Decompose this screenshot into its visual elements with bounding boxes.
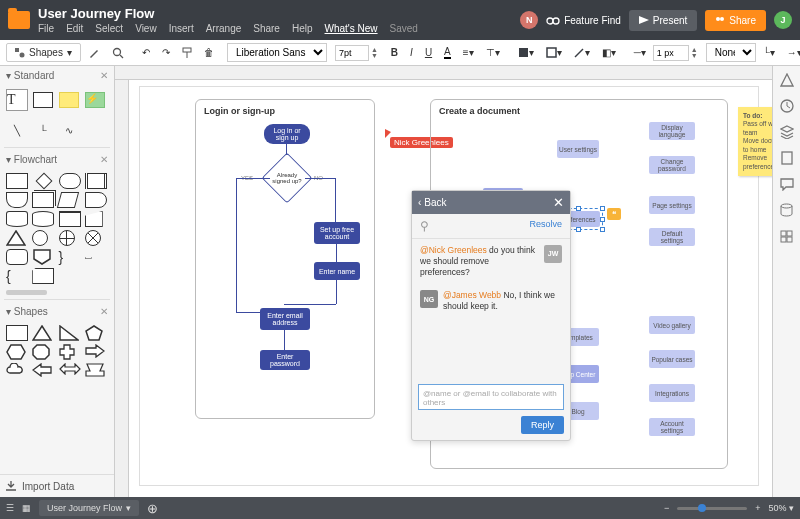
menu-help[interactable]: Help — [292, 23, 313, 34]
location-pin-icon[interactable]: ⚲ — [420, 219, 429, 233]
font-select[interactable]: Liberation Sans — [227, 43, 327, 62]
shape-righttri[interactable] — [59, 325, 82, 341]
line-width-stepper[interactable]: ▲▼ — [691, 47, 698, 58]
comment-back-button[interactable]: ‹Back — [418, 197, 447, 208]
close-standard-icon[interactable]: ✕ — [100, 70, 108, 81]
node-already[interactable]: Already signed up? — [262, 153, 313, 204]
shape-oct[interactable] — [32, 344, 55, 360]
shapes-dropdown[interactable]: Shapes ▾ — [6, 43, 81, 62]
shape-or[interactable] — [85, 230, 101, 246]
nav-icon[interactable] — [779, 72, 795, 88]
shape-uarrow[interactable] — [85, 363, 108, 377]
node-display-lang[interactable]: Display language — [649, 122, 695, 140]
elbow-line-tool[interactable]: └ — [32, 119, 54, 141]
text-options-button[interactable]: ⊤▾ — [481, 45, 505, 60]
node-enteremail[interactable]: Enter email address — [260, 308, 310, 330]
menu-edit[interactable]: Edit — [66, 23, 83, 34]
arrow-end-button[interactable]: →▾ — [782, 45, 800, 60]
bold-button[interactable]: B — [386, 45, 403, 60]
node-account-settings[interactable]: Account settings — [649, 418, 695, 436]
mention-2[interactable]: @James Webb — [443, 290, 501, 300]
node-integrations[interactable]: Integrations — [649, 384, 695, 402]
node-entername[interactable]: Enter name — [314, 262, 360, 280]
menu-arrange[interactable]: Arrange — [206, 23, 242, 34]
border-color-button[interactable]: ▾ — [541, 45, 567, 60]
shape-hex[interactable] — [6, 344, 29, 360]
undo-button[interactable]: ↶ — [137, 45, 155, 60]
shape-decision[interactable] — [32, 173, 55, 189]
line-tool[interactable]: ╲ — [6, 119, 28, 141]
arrow-start-select[interactable]: None — [706, 43, 756, 62]
shape-cloud[interactable] — [6, 363, 29, 377]
zoom-slider[interactable] — [677, 507, 747, 510]
data-icon[interactable] — [779, 202, 795, 218]
page-tab[interactable]: User Journey Flow ▾ — [39, 500, 139, 516]
document-title[interactable]: User Journey Flow — [38, 6, 512, 22]
add-page-button[interactable]: ⊕ — [147, 501, 158, 516]
shape-tri2[interactable] — [32, 325, 55, 341]
italic-button[interactable]: I — [405, 45, 418, 60]
fill-color-button[interactable]: ▾ — [513, 45, 539, 60]
vertical-ruler[interactable] — [115, 80, 129, 497]
collaborator-avatar-n[interactable]: N — [520, 11, 538, 29]
text-color-button[interactable]: A — [439, 44, 456, 61]
shape-terminator[interactable] — [59, 173, 81, 189]
shape-offpage[interactable] — [32, 249, 55, 265]
canvas[interactable]: Login or sign-up Log in or sign up Alrea… — [129, 80, 772, 497]
shape-directdata[interactable] — [32, 211, 54, 227]
shape-rarrow[interactable] — [85, 344, 108, 360]
zoom-out-button[interactable]: − — [664, 503, 669, 513]
present-button[interactable]: Present — [629, 10, 697, 31]
zoom-percent[interactable]: 50% ▾ — [768, 503, 794, 513]
text-tool[interactable]: T — [6, 89, 28, 111]
shape-internal[interactable] — [59, 211, 81, 227]
shape-process[interactable] — [6, 173, 28, 189]
zoom-in-button[interactable]: + — [755, 503, 760, 513]
close-shapes-icon[interactable]: ✕ — [100, 306, 108, 317]
pencil-tool[interactable] — [83, 45, 105, 61]
node-video-gallery[interactable]: Video gallery — [649, 316, 695, 334]
standard-panel-head[interactable]: ▾ Standard✕ — [0, 66, 114, 85]
shape-brace-right[interactable]: } — [59, 249, 82, 265]
comment-input[interactable]: @name or @email to collaborate with othe… — [418, 384, 564, 410]
chat-icon[interactable] — [779, 176, 795, 192]
curve-line-tool[interactable]: ∿ — [58, 119, 80, 141]
menu-share[interactable]: Share — [253, 23, 280, 34]
underline-button[interactable]: U — [420, 45, 437, 60]
flowchart-panel-head[interactable]: ▾ Flowchart✕ — [0, 150, 114, 169]
group-login[interactable]: Login or sign-up Log in or sign up Alrea… — [195, 99, 375, 419]
node-default-settings[interactable]: Default settings — [649, 228, 695, 246]
node-popular-cases[interactable]: Popular cases — [649, 350, 695, 368]
grid-icon[interactable] — [779, 228, 795, 244]
font-size-input[interactable] — [335, 45, 369, 61]
panel-scrollbar[interactable] — [6, 290, 47, 295]
shape-note2[interactable]: ⎵ — [85, 249, 108, 265]
node-login[interactable]: Log in or sign up — [264, 124, 310, 144]
shape-connector[interactable] — [32, 230, 48, 246]
comment-close-button[interactable]: ✕ — [553, 195, 564, 210]
clock-icon[interactable] — [779, 98, 795, 114]
line-color-button[interactable]: ▾ — [569, 45, 595, 60]
shape-brace-left[interactable]: { — [6, 268, 29, 284]
node-setup[interactable]: Set up free account — [314, 222, 360, 244]
node-change-pass[interactable]: Change password — [649, 156, 695, 174]
bolt-tool[interactable]: ⚡ — [84, 89, 106, 111]
shape-cross[interactable] — [59, 344, 82, 360]
font-size-stepper[interactable]: ▲▼ — [371, 47, 378, 58]
note-tool[interactable] — [58, 89, 80, 111]
shape-card[interactable] — [32, 268, 54, 284]
sticky-note[interactable]: To do: Pass off with team Move document … — [738, 107, 772, 176]
horizontal-ruler[interactable] — [115, 66, 772, 80]
menu-view[interactable]: View — [135, 23, 157, 34]
paint-format[interactable] — [177, 45, 197, 61]
list-view-icon[interactable]: ☰ — [6, 503, 14, 513]
node-user-settings[interactable]: User settings — [557, 140, 599, 158]
shape-data[interactable] — [56, 192, 78, 208]
line-type-button[interactable]: └▾ — [758, 45, 780, 60]
import-data-button[interactable]: Import Data — [0, 474, 114, 497]
layers-icon[interactable] — [779, 124, 795, 140]
shape-larrow[interactable] — [32, 363, 55, 377]
grid-view-icon[interactable]: ▦ — [22, 503, 31, 513]
line-style-button[interactable]: ─▾ — [629, 45, 651, 60]
user-avatar-j[interactable]: J — [774, 11, 792, 29]
